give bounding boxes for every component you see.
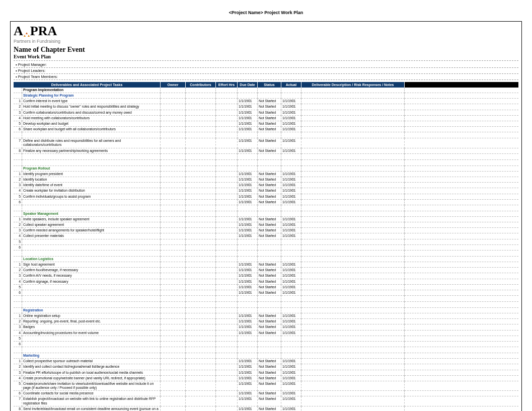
page-frame: APRA Partners in Fundraising Name of Cha… xyxy=(10,21,522,411)
table-row: 8Finalize any necessary partnership/work… xyxy=(14,148,518,153)
table-row: 6Coordinate contacts for social media pr… xyxy=(14,391,518,396)
table-row: 2Reporting: ongoing, pre-event, final, p… xyxy=(14,319,518,324)
col-header: Effort Hrs xyxy=(216,82,238,88)
table-row: 6 xyxy=(14,341,518,347)
table-header-row: Deliverables and Associated Project Task… xyxy=(14,82,518,88)
table-row: 3Confirm needed arrangements for speaker… xyxy=(14,228,518,233)
table-row xyxy=(14,302,518,308)
table-row: 3Finalize PR efforts/scope of to-publish… xyxy=(14,370,518,375)
document-header: <Project Name> Project Work Plan xyxy=(10,10,522,15)
info-row: Project Leaders: xyxy=(14,68,518,74)
table-row: 3Confirm A/V needs, if necessary1/1/1901… xyxy=(14,273,518,279)
col-header: Status xyxy=(258,82,281,88)
logo-tagline: Partners in Fundraising xyxy=(14,39,518,44)
table-row: 7Define and distribute roles and respons… xyxy=(14,138,518,148)
table-row: 51/1/1901Not Started1/1/1901 xyxy=(14,284,518,290)
table-row: 8Send invite/eblast/broadcast email on c… xyxy=(14,406,518,411)
table-row: 1Invite speakers, include speaker agreem… xyxy=(14,216,518,222)
table-row: 4Hold meeting with collaborators/contrib… xyxy=(14,115,518,121)
table-row: 61/1/1901Not Started1/1/1901 xyxy=(14,290,518,295)
workplan-table: Deliverables and Associated Project Task… xyxy=(14,82,518,411)
table-row xyxy=(14,296,518,302)
info-row: Project Manager: xyxy=(14,62,518,68)
table-row: 1Identify program president1/1/1901Not S… xyxy=(14,171,518,177)
table-row: Location Logistics xyxy=(14,256,518,262)
table-row: 4Collect presenter materials1/1/1901Not … xyxy=(14,233,518,239)
col-header: Owner xyxy=(161,82,186,88)
table-row: 6Share workplan and budget with all coll… xyxy=(14,127,518,132)
apra-logo: APRA xyxy=(14,25,57,38)
col-header: Due Date xyxy=(238,82,258,88)
table-row: 1Collect prospective sponsor outreach ma… xyxy=(14,359,518,364)
table-row: 1Sign host agreement1/1/1901Not Started1… xyxy=(14,262,518,268)
title-main: Name of Chapter Event xyxy=(14,46,518,54)
table-row: Registration xyxy=(14,308,518,313)
table-row: 3Confirm collaborators/contributors and … xyxy=(14,110,518,115)
table-row: 5Create/promote/share invitation to view… xyxy=(14,381,518,390)
table-row: 5Confirm individuals/groups to assist pr… xyxy=(14,194,518,199)
title-sub: Event Work Plan xyxy=(14,54,518,61)
table-row: 2Collect speaker agreement1/1/1901Not St… xyxy=(14,222,518,228)
table-row: 4Create workplan for invitation distribu… xyxy=(14,188,518,194)
table-row: 7Establish project/broadcast on website … xyxy=(14,396,518,406)
table-row: 2Identify and collect contact list/regio… xyxy=(14,364,518,370)
table-row: 6 xyxy=(14,244,518,250)
table-row xyxy=(14,132,518,138)
col-header: Deliverables and Associated Project Task… xyxy=(14,82,161,88)
table-row: 1Online registration setup1/1/1901Not St… xyxy=(14,313,518,319)
table-row: 2Identify location1/1/1901Not Started1/1… xyxy=(14,177,518,183)
table-row: Program Rollout xyxy=(14,166,518,171)
table-row xyxy=(14,347,518,353)
table-row: 3Badges1/1/1901Not Started1/1/1901 xyxy=(14,324,518,330)
col-header: Actual xyxy=(281,82,301,88)
table-row: 3Identify date/time of event1/1/1901Not … xyxy=(14,183,518,188)
table-row: Marketing xyxy=(14,353,518,359)
table-row: Program Implementation xyxy=(14,88,518,93)
col-header: Contributors xyxy=(186,82,216,88)
table-row: Speaker Management xyxy=(14,211,518,216)
table-row xyxy=(14,153,518,159)
col-header xyxy=(405,82,519,88)
table-row: 5 xyxy=(14,336,518,341)
table-row: 4Create promotional copy/website banner … xyxy=(14,375,518,381)
table-row: 4Confirm signage, if necessary1/1/1901No… xyxy=(14,279,518,284)
table-row: 5Develop workplan and budget1/1/1901Not … xyxy=(14,121,518,126)
logo-block: APRA Partners in Fundraising xyxy=(14,25,518,44)
info-row: Project Team Members: xyxy=(14,74,518,80)
table-row xyxy=(14,250,518,256)
table-row: 5 xyxy=(14,239,518,244)
table-row: 1Confirm interest in event type1/1/1901N… xyxy=(14,99,518,104)
table-row: 2Confirm food/beverage, if necessary1/1/… xyxy=(14,268,518,273)
table-row: 61/1/1901Not Started1/1/1901 xyxy=(14,199,518,205)
table-row: Strategic Planning for Program xyxy=(14,93,518,99)
table-row xyxy=(14,205,518,211)
col-header: Deliverable Description / Risk Responses… xyxy=(301,82,405,88)
table-row xyxy=(14,159,518,166)
table-row: 4Accounting/invoicing procedures for eve… xyxy=(14,330,518,336)
table-row: 2Hold initial meeting to discuss "owner"… xyxy=(14,104,518,110)
